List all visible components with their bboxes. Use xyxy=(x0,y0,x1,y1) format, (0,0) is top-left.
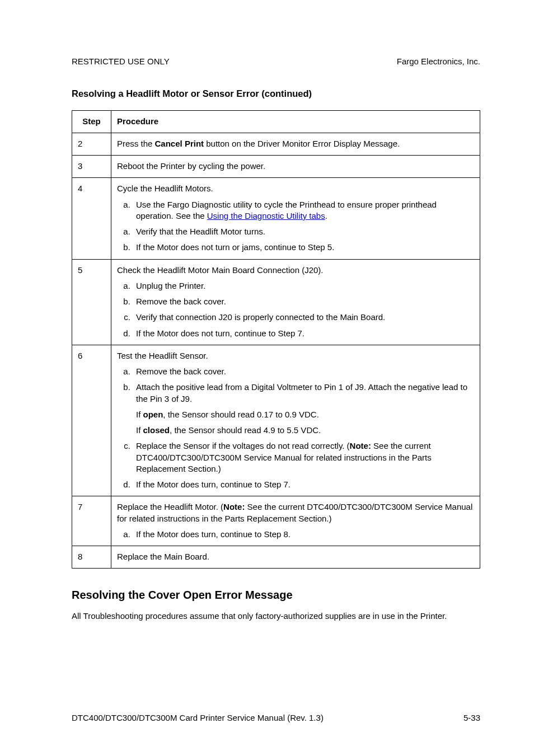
footer-left: DTC400/DTC300/DTC300M Card Printer Servi… xyxy=(72,712,324,724)
step-number: 8 xyxy=(72,546,111,569)
text: . xyxy=(325,211,327,220)
procedure-cell: Reboot the Printer by cycling the power. xyxy=(111,156,480,178)
intro-text: Check the Headlift Motor Main Board Conn… xyxy=(117,265,474,276)
text: , the Sensor should read 4.9 to 5.5 VDC. xyxy=(170,425,321,435)
step-number: 4 xyxy=(72,178,111,259)
text: Press the xyxy=(117,139,155,148)
list-item: If the Motor does not turn, continue to … xyxy=(133,328,474,339)
section-heading: Resolving the Cover Open Error Message xyxy=(72,588,480,603)
list-item: Verify that connection J20 is properly c… xyxy=(133,312,474,323)
list-item: If the Motor does turn, continue to Step… xyxy=(133,529,474,540)
col-header-step: Step xyxy=(72,110,111,133)
substep-list: Replace the Sensor if the voltages do no… xyxy=(117,440,474,490)
page-footer: DTC400/DTC300/DTC300M Card Printer Servi… xyxy=(72,712,480,724)
list-item: Remove the back cover. xyxy=(133,366,474,377)
footer-right: 5-33 xyxy=(463,712,480,724)
nested-note: If closed, the Sensor should read 4.9 to… xyxy=(136,425,474,436)
table-row: 3 Reboot the Printer by cycling the powe… xyxy=(72,156,480,178)
header-right: Fargo Electronics, Inc. xyxy=(397,56,480,67)
step-number: 3 xyxy=(72,156,111,178)
list-item: Remove the back cover. xyxy=(133,296,474,307)
text: If xyxy=(136,425,143,435)
list-item: Replace the Sensor if the voltages do no… xyxy=(133,440,474,475)
intro-text: Test the Headlift Sensor. xyxy=(117,350,474,361)
body-paragraph: All Troubleshooting procedures assume th… xyxy=(72,611,480,622)
list-item: Attach the positive lead from a Digital … xyxy=(133,382,474,405)
table-row: 5 Check the Headlift Motor Main Board Co… xyxy=(72,259,480,345)
intro-text: Replace the Headlift Motor. (Note: See t… xyxy=(117,501,474,524)
intro-text: Cycle the Headlift Motors. xyxy=(117,183,474,194)
text: If xyxy=(136,410,143,419)
step-number: 5 xyxy=(72,259,111,345)
list-item: Unplug the Printer. xyxy=(133,280,474,292)
procedure-cell: Press the Cancel Print button on the Dri… xyxy=(111,133,480,155)
header-left: RESTRICTED USE ONLY xyxy=(72,56,170,67)
table-row: 8 Replace the Main Board. xyxy=(72,546,480,569)
list-item: Use the Fargo Diagnostic utility to cycl… xyxy=(133,199,474,222)
procedure-cell: Cycle the Headlift Motors. Use the Fargo… xyxy=(111,178,480,259)
page-header: RESTRICTED USE ONLY Fargo Electronics, I… xyxy=(72,56,480,67)
step-number: 6 xyxy=(72,345,111,496)
bold-text: Cancel Print xyxy=(155,139,204,148)
substep-list: If the Motor does turn, continue to Step… xyxy=(117,529,474,540)
substep-list: Use the Fargo Diagnostic utility to cycl… xyxy=(117,199,474,253)
text: , the Sensor should read 0.17 to 0.9 VDC… xyxy=(163,410,319,419)
procedure-cell: Replace the Headlift Motor. (Note: See t… xyxy=(111,496,480,546)
step-number: 7 xyxy=(72,496,111,546)
text: Replace the Headlift Motor. ( xyxy=(117,502,223,511)
col-header-procedure: Procedure xyxy=(111,110,480,133)
substep-list: Unplug the Printer. Remove the back cove… xyxy=(117,280,474,339)
text: Replace the Sensor if the voltages do no… xyxy=(136,441,350,450)
table-row: 6 Test the Headlift Sensor. Remove the b… xyxy=(72,345,480,496)
diagnostic-utility-link[interactable]: Using the Diagnostic Utility tabs xyxy=(207,211,325,220)
procedure-cell: Test the Headlift Sensor. Remove the bac… xyxy=(111,345,480,496)
table-row: 7 Replace the Headlift Motor. (Note: See… xyxy=(72,496,480,546)
step-number: 2 xyxy=(72,133,111,155)
section-title: Resolving a Headlift Motor or Sensor Err… xyxy=(72,87,480,100)
table-row: 4 Cycle the Headlift Motors. Use the Far… xyxy=(72,178,480,259)
bold-text: Note: xyxy=(350,441,371,450)
list-item: If the Motor does not turn or jams, cont… xyxy=(133,242,474,253)
list-item: If the Motor does turn, continue to Step… xyxy=(133,479,474,490)
nested-note: If open, the Sensor should read 0.17 to … xyxy=(136,409,474,420)
bold-text: open xyxy=(143,410,163,419)
procedure-cell: Check the Headlift Motor Main Board Conn… xyxy=(111,259,480,345)
list-item: Verify that the Headlift Motor turns. xyxy=(133,226,474,237)
bold-text: Note: xyxy=(223,502,245,511)
text: button on the Driver Monitor Error Displ… xyxy=(204,139,400,148)
substep-list: Remove the back cover. Attach the positi… xyxy=(117,366,474,405)
table-row: 2 Press the Cancel Print button on the D… xyxy=(72,133,480,155)
procedure-table: Step Procedure 2 Press the Cancel Print … xyxy=(72,110,480,569)
bold-text: closed xyxy=(143,425,170,435)
table-header-row: Step Procedure xyxy=(72,110,480,133)
procedure-cell: Replace the Main Board. xyxy=(111,546,480,569)
